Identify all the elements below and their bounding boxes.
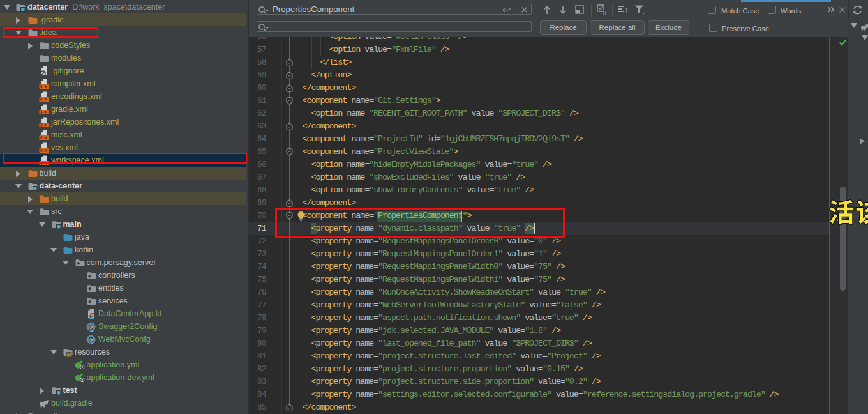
- svg-text:II: II: [603, 10, 607, 16]
